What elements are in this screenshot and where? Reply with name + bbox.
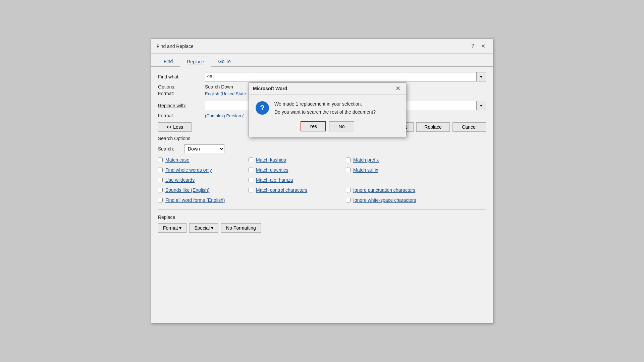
checkbox-match-diacritics[interactable]: Match diacritics — [249, 167, 342, 173]
find-all-word-forms-checkbox[interactable] — [158, 198, 163, 202]
tab-find[interactable]: Find — [157, 56, 180, 66]
tab-find-label: Find — [164, 59, 173, 64]
match-control-label: Match control characters — [256, 187, 307, 193]
checkbox-match-case[interactable]: Match case — [158, 157, 245, 163]
find-replace-dialog: Find and Replace ? ✕ Find Replace Go To … — [151, 39, 493, 323]
sounds-like-checkbox[interactable] — [158, 188, 163, 192]
format-find-label: Format: — [158, 91, 205, 96]
format-replace-value: (Complex) Persian ( — [205, 113, 244, 118]
checkbox-match-alef[interactable]: Match alef hamza — [249, 177, 342, 183]
ignore-whitespace-label: Ignore white-space characters — [353, 197, 416, 203]
tab-bar: Find Replace Go To — [151, 54, 493, 66]
tab-replace[interactable]: Replace — [180, 57, 211, 67]
find-label-text: Find what: — [158, 74, 180, 79]
search-select[interactable]: Down Up All — [184, 144, 224, 153]
titlebar-actions: ? ✕ — [469, 42, 487, 50]
checkbox-match-kashida[interactable]: Match kashida — [249, 157, 342, 163]
match-kashida-checkbox[interactable] — [249, 158, 253, 162]
no-formatting-button[interactable]: No Formatting — [221, 223, 261, 233]
replace-section-title: Replace — [158, 215, 486, 220]
match-alef-checkbox[interactable] — [249, 178, 253, 182]
checkboxes-grid: Match case Match kashida Match prefix Fi… — [158, 157, 486, 203]
format-find-value: English (United State — [205, 91, 246, 96]
word-dialog-icon: ? — [256, 101, 269, 115]
checkbox-match-control[interactable]: Match control characters — [249, 187, 342, 193]
dialog-title: Find and Replace — [157, 44, 194, 49]
word-dialog-text: We made 1 replacement in your selection.… — [274, 101, 399, 115]
find-what-dropdown[interactable]: ▼ — [477, 72, 486, 81]
word-dialog-titlebar: Microsoft Word ✕ — [249, 83, 406, 95]
whole-words-checkbox[interactable] — [158, 168, 163, 172]
replace-with-label: Replace with: — [158, 103, 205, 108]
dialog-titlebar: Find and Replace ? ✕ — [151, 39, 493, 54]
replace-button[interactable]: Replace — [416, 122, 450, 132]
less-button[interactable]: << Less — [158, 122, 192, 132]
replace-buttons: Format ▾ Special ▾ No Formatting — [158, 223, 486, 233]
match-control-checkbox[interactable] — [249, 188, 253, 192]
checkbox-match-suffix[interactable]: Match suffix — [346, 167, 426, 173]
format-button[interactable]: Format ▾ — [158, 223, 186, 233]
close-dialog-button[interactable]: ✕ — [479, 42, 487, 50]
find-what-input[interactable] — [205, 72, 477, 81]
checkbox-ignore-whitespace[interactable]: Ignore white-space characters — [346, 197, 426, 203]
word-dialog: Microsoft Word ✕ ? We made 1 replacement… — [249, 82, 406, 137]
checkbox-match-prefix[interactable]: Match prefix — [346, 157, 426, 163]
ignore-whitespace-checkbox[interactable] — [346, 198, 351, 202]
checkbox-sounds-like[interactable]: Sounds like (English) — [158, 187, 245, 193]
sounds-like-label: Sounds like (English) — [165, 187, 210, 193]
word-dialog-buttons: Yes No — [256, 121, 399, 131]
ignore-punctuation-label: Ignore punctuation characters — [353, 187, 415, 193]
match-alef-label: Match alef hamza — [256, 177, 293, 183]
word-dialog-body: ? We made 1 replacement in your selectio… — [249, 95, 406, 137]
checkbox-whole-words[interactable]: Find whole words only — [158, 167, 245, 173]
match-case-checkbox[interactable] — [158, 158, 163, 162]
options-label: Options: — [158, 84, 205, 89]
ignore-punctuation-checkbox[interactable] — [346, 188, 351, 192]
format-replace-label: Format: — [158, 113, 205, 118]
word-close-button[interactable]: ✕ — [394, 85, 402, 92]
tab-goto-label: Go To — [218, 59, 231, 64]
match-kashida-label: Match kashida — [256, 157, 286, 163]
search-label: Search: — [158, 146, 181, 152]
use-wildcards-label: Use wildcards — [165, 177, 195, 183]
help-button[interactable]: ? — [469, 43, 476, 50]
match-diacritics-label: Match diacritics — [256, 167, 288, 173]
match-suffix-checkbox[interactable] — [346, 168, 351, 172]
checkbox-ignore-punctuation[interactable]: Ignore punctuation characters — [346, 187, 426, 193]
use-wildcards-checkbox[interactable] — [158, 178, 163, 182]
replace-with-dropdown[interactable]: ▼ — [477, 101, 486, 110]
word-dialog-message2: Do you want to search the rest of the do… — [274, 109, 399, 115]
special-button[interactable]: Special ▾ — [189, 223, 218, 233]
tab-goto[interactable]: Go To — [211, 56, 238, 66]
word-dialog-content: ? We made 1 replacement in your selectio… — [256, 101, 399, 115]
match-case-label: Match case — [165, 157, 190, 163]
match-prefix-checkbox[interactable] — [346, 158, 351, 162]
match-diacritics-checkbox[interactable] — [249, 168, 253, 172]
yes-button[interactable]: Yes — [301, 121, 326, 131]
word-dialog-message1: We made 1 replacement in your selection. — [274, 101, 399, 107]
replace-section: Replace Format ▾ Special ▾ No Formatting — [158, 209, 486, 233]
match-prefix-label: Match prefix — [353, 157, 379, 163]
search-direction-row: Search: Down Up All — [158, 144, 486, 153]
find-all-word-forms-label: Find all word forms (English) — [165, 197, 225, 203]
word-dialog-title: Microsoft Word — [253, 86, 287, 91]
checkbox-find-all-word-forms[interactable]: Find all word forms (English) — [158, 197, 245, 203]
match-suffix-label: Match suffix — [353, 167, 378, 173]
whole-words-label: Find whole words only — [165, 167, 212, 173]
replace-label-text: Replace with: — [158, 103, 186, 108]
tab-replace-label: Replace — [187, 59, 204, 64]
no-button[interactable]: No — [329, 121, 354, 131]
question-mark-icon: ? — [260, 104, 264, 112]
checkbox-use-wildcards[interactable]: Use wildcards — [158, 177, 245, 183]
cancel-button[interactable]: Cancel — [452, 122, 486, 132]
options-value: Search Down — [205, 84, 233, 89]
find-input-wrap: ▼ — [205, 72, 486, 81]
find-what-label: Find what: — [158, 74, 205, 79]
find-what-row: Find what: ▼ — [158, 72, 486, 81]
